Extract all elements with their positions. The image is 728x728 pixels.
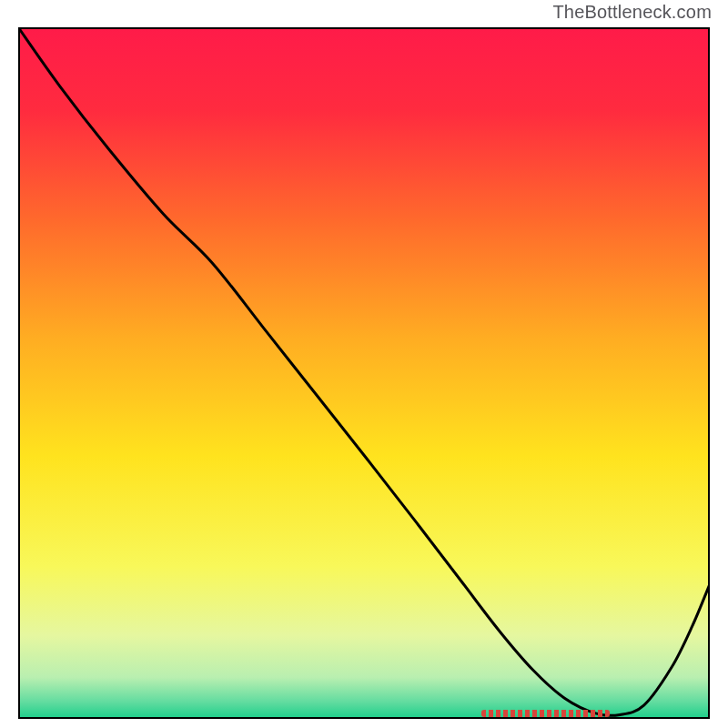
bottleneck-curve — [18, 27, 710, 719]
attribution-text: TheBottleneck.com — [552, 2, 712, 23]
chart-plot-area — [18, 27, 710, 719]
optimal-range-marker — [481, 710, 610, 717]
